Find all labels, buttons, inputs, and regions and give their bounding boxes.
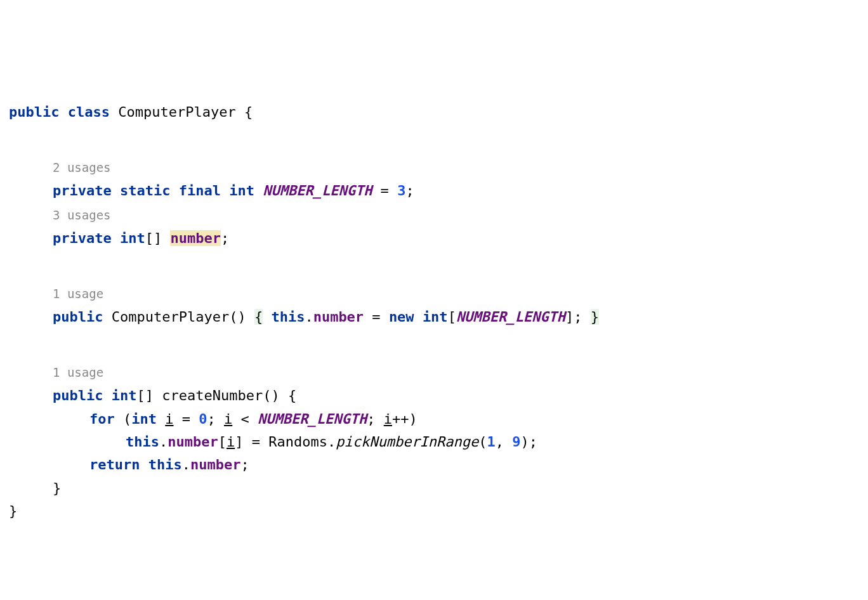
code-line-brace-close[interactable]: } [9,477,868,500]
number-literal: 9 [512,434,520,450]
loop-var: i [384,411,392,427]
paren-close: ); [521,434,538,450]
paren-open: ( [115,411,132,427]
keyword-public: public [53,388,103,403]
comma: , [496,434,513,450]
field-name-highlighted: number [170,230,220,246]
blank-line [9,124,868,155]
field-ref: number [313,309,364,325]
constructor-name: ComputerPlayer() [103,309,254,325]
blank-line [9,329,868,360]
brace-fold-close[interactable]: } [591,309,599,325]
keyword-public: public [53,309,103,325]
brace-fold-open[interactable]: { [254,309,263,325]
usage-hint[interactable]: 1 usage [9,365,103,379]
type-int: int [120,230,145,246]
code-line-brace-close[interactable]: } [9,500,868,523]
constant-ref: NUMBER_LENGTH [456,309,565,325]
code-line-method-decl[interactable]: public int[] createNumber() { [9,384,868,407]
equals: = [174,411,199,427]
keyword-static: static [120,183,170,199]
type-int: int [112,388,137,403]
usage-hint[interactable]: 1 usage [9,287,103,301]
keyword-private: private [53,183,112,199]
code-line-class-decl[interactable]: public class ComputerPlayer { [9,101,868,124]
type-int: int [423,309,448,325]
static-call-prefix: ] = Randoms. [235,434,336,450]
brace-close: } [53,480,61,496]
semicolon: ; [240,457,249,473]
bracket-open: [ [218,434,227,450]
equals: = [372,183,397,199]
equals: = [364,309,389,325]
array-brackets: [] [145,230,171,246]
loop-var: i [165,411,173,427]
number-literal: 3 [397,183,405,199]
constant-name: NUMBER_LENGTH [263,183,372,199]
less-than: < [232,411,258,427]
code-editor[interactable]: public class ComputerPlayer {2 usages pr… [9,101,868,523]
code-line-field-const[interactable]: private static final int NUMBER_LENGTH =… [9,179,868,202]
keyword-this: this [271,309,305,325]
type-int: int [131,411,157,427]
dot: . [159,434,168,450]
bracket-close: ]; [565,309,591,325]
dot: . [305,309,313,325]
code-line-assignment[interactable]: this.number[i] = Randoms.pickNumberInRan… [9,431,868,453]
code-line-for[interactable]: for (int i = 0; i < NUMBER_LENGTH; i++) [9,408,868,431]
keyword-return: return [89,457,140,473]
dot: . [182,457,190,473]
code-line-field-array[interactable]: private int[] number; [9,227,868,250]
code-line-return[interactable]: return this.number; [9,453,868,476]
keyword-private: private [53,230,112,246]
code-line-constructor[interactable]: public ComputerPlayer() { this.number = … [9,306,868,329]
semicolon: ; [367,411,384,427]
number-literal: 0 [199,411,207,427]
static-method: pickNumberInRange [336,434,478,450]
keyword-final: final [179,183,221,199]
keyword-new: new [389,309,414,325]
brace-close: } [9,503,17,519]
class-name: ComputerPlayer [118,104,235,120]
method-signature: [] createNumber() { [136,388,296,403]
paren-open: ( [478,434,487,450]
type-int: int [229,183,254,199]
semicolon: ; [221,230,229,246]
keyword-for: for [89,411,115,427]
keyword-this: this [148,457,182,473]
semicolon: ; [207,411,225,427]
increment: ++) [392,411,418,427]
brace-open: { [236,104,253,120]
bracket-open: [ [448,309,456,325]
usage-hint[interactable]: 2 usages [9,160,111,174]
semicolon: ; [405,183,414,199]
usage-hint[interactable]: 3 usages [9,208,111,222]
constant-ref: NUMBER_LENGTH [258,411,367,427]
number-literal: 1 [487,434,496,450]
loop-var: i [224,411,232,427]
loop-var: i [227,434,235,450]
keyword-class: class [68,104,110,120]
blank-line [9,250,868,282]
field-ref: number [168,434,218,450]
keyword-public: public [9,104,59,120]
keyword-this: this [126,434,159,450]
field-ref: number [190,457,240,473]
